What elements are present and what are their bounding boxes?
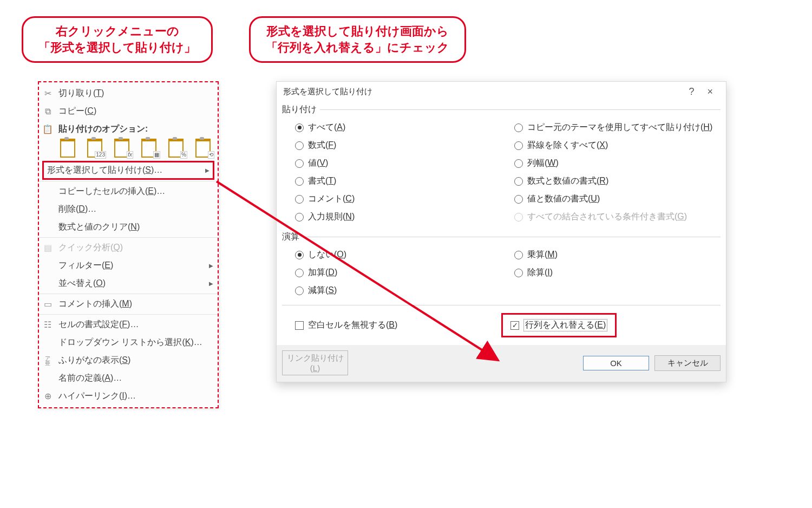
group-label: 貼り付け [282,104,320,115]
paste-icon-formula[interactable]: fx [113,139,131,158]
menu-label: 名前の定義(A)… [58,373,213,384]
radio-option[interactable]: コピー元のテーマを使用してすべて貼り付け(H) [514,122,718,133]
cancel-button[interactable]: キャンセル [654,355,721,371]
copy-icon: ⧉ [41,107,54,116]
paste-icon-basic[interactable] [58,139,77,158]
radio-icon [295,177,304,186]
radio-option[interactable]: 列幅(W) [514,158,718,169]
define-name-menu-item[interactable]: 名前の定義(A)… [39,369,218,387]
radio-option[interactable]: しない(O) [295,249,499,260]
radio-label: 入力規則(N) [308,211,355,223]
submenu-arrow-icon: ▶ [209,263,213,269]
radio-option: すべての結合されている条件付き書式(G) [514,211,718,223]
help-button[interactable]: ? [682,86,700,97]
paste-icons-row: 123 fx ▦ % ⟲ [39,138,218,160]
paste-icon-link[interactable]: ⟲ [194,139,212,158]
separator [39,294,218,294]
menu-label: ドロップダウン リストから選択(K)… [58,337,213,348]
cut-icon: ✂ [41,88,54,99]
filter-menu-item[interactable]: フィルター(E) ▶ [39,257,218,275]
checkbox-label: 行列を入れ替える(E) [523,319,607,331]
radio-label: 列幅(W) [527,158,559,169]
radio-icon [295,213,304,222]
radio-option[interactable]: 減算(S) [295,285,499,296]
submenu-arrow-icon: ▶ [209,281,213,286]
radio-icon [295,141,304,150]
radio-label: 罫線を除くすべて(X) [527,140,608,151]
radio-label: すべての結合されている条件付き書式(G) [527,211,687,223]
radio-icon [514,159,523,168]
radio-icon [295,123,304,132]
dropdown-list-menu-item[interactable]: ドロップダウン リストから選択(K)… [39,334,218,351]
group-label: 演算 [282,231,303,243]
insert-comment-menu-item[interactable]: ▭ コメントの挿入(M) [39,295,218,313]
ok-button[interactable]: OK [583,356,649,370]
cut-menu-item[interactable]: ✂ 切り取り(T) [39,84,218,102]
dialog-title: 形式を選択して貼り付け [283,87,682,97]
quick-analysis-menu-item: ▤ クイック分析(Q) [39,239,218,257]
paste-special-dialog: 形式を選択して貼り付け ? × 貼り付け すべて(A)数式(F)値(V)書式(T… [276,81,726,382]
annotation-left: 右クリックメニューの 「形式を選択して貼り付け」 [22,16,213,63]
radio-label: 値と数値の書式(U) [527,193,600,205]
separator [39,181,218,181]
paste-special-menu-item[interactable]: 形式を選択して貼り付け(S)… ▶ [42,161,214,180]
dialog-titlebar: 形式を選択して貼り付け ? × [277,82,726,102]
radio-icon [514,213,523,222]
hyperlink-menu-item[interactable]: ⊕ ハイパーリンク(I)… [39,387,218,405]
menu-label: 削除(D)… [58,204,213,215]
radio-option[interactable]: すべて(A) [295,122,499,133]
radio-icon [295,195,304,204]
format-cells-menu-item[interactable]: ☷ セルの書式設定(F)… [39,316,218,334]
paste-icon-format[interactable]: ▦ [140,139,158,158]
radio-option[interactable]: 数式と数値の書式(R) [514,175,718,187]
radio-icon [514,269,523,277]
annotation-right: 形式を選択して貼り付け画面から 「行列を入れ替える」にチェック [249,16,466,63]
menu-label: 切り取り(T) [58,88,213,99]
radio-option[interactable]: 書式(T) [295,175,499,187]
radio-icon [295,269,304,277]
furigana-icon: ア亜 [41,356,54,366]
furigana-menu-item[interactable]: ア亜 ふりがなの表示(S) [39,351,218,369]
radio-option[interactable]: コメント(C) [295,193,499,205]
sort-menu-item[interactable]: 並べ替え(O) ▶ [39,275,218,292]
copy-menu-item[interactable]: ⧉ コピー(C) [39,102,218,120]
radio-option[interactable]: 罫線を除くすべて(X) [514,140,718,151]
radio-option[interactable]: 値(V) [295,158,499,169]
radio-label: 数式と数値の書式(R) [527,175,608,187]
paste-icon-percent[interactable]: % [167,139,185,158]
clear-menu-item[interactable]: 数式と値のクリア(N) [39,218,218,236]
radio-option[interactable]: 値と数値の書式(U) [514,193,718,205]
close-button[interactable]: × [700,86,719,97]
menu-label: コピーしたセルの挿入(E)… [58,186,213,197]
menu-label: 形式を選択して貼り付け(S)… [47,165,209,176]
radio-icon [514,251,523,259]
context-menu: ✂ 切り取り(T) ⧉ コピー(C) 📋 貼り付けのオプション: 123 fx … [38,81,219,408]
radio-option[interactable]: 除算(I) [514,267,718,278]
radio-option[interactable]: 加算(D) [295,267,499,278]
radio-icon [295,159,304,168]
skip-blanks-checkbox[interactable]: 空白セルを無視する(B) [295,313,508,337]
insert-copied-menu-item[interactable]: コピーしたセルの挿入(E)… [39,183,218,200]
menu-label: コピー(C) [58,106,213,117]
radio-label: すべて(A) [308,122,345,133]
radio-icon [295,286,304,295]
radio-option[interactable]: 乗算(M) [514,249,718,260]
radio-label: 減算(S) [308,285,337,296]
paste-icon-values[interactable]: 123 [86,139,104,158]
format-cells-icon: ☷ [41,320,54,330]
paste-icon: 📋 [41,124,54,134]
radio-label: 数式(F) [308,140,336,151]
delete-menu-item[interactable]: 削除(D)… [39,200,218,218]
paste-options-header: 📋 貼り付けのオプション: [39,120,218,138]
radio-option[interactable]: 入力規則(N) [295,211,499,223]
radio-label: 加算(D) [308,267,337,278]
dialog-footer: リンク貼り付け(L) OK キャンセル [277,345,726,382]
transpose-checkbox[interactable]: 行列を入れ替える(E) [501,313,617,337]
radio-option[interactable]: 数式(F) [295,140,499,151]
operation-group: 演算 しない(O)加算(D)減算(S) 乗算(M)除算(I) [282,231,721,301]
submenu-arrow-icon: ▶ [205,167,209,173]
radio-label: しない(O) [308,249,346,260]
comment-icon: ▭ [41,299,54,309]
menu-label: セルの書式設定(F)… [58,319,213,330]
radio-label: 乗算(M) [527,249,558,260]
